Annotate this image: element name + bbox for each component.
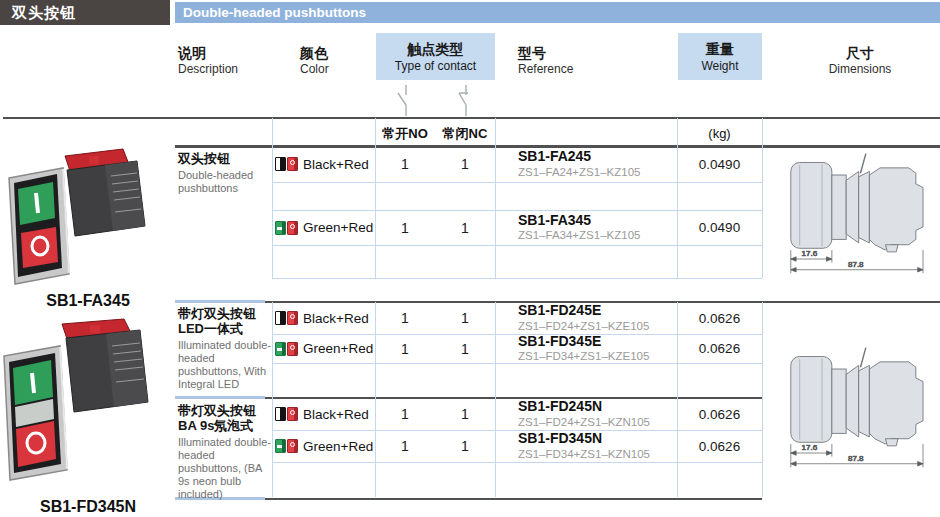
column-header-color: 颜色 Color [300, 45, 329, 77]
column-header-contact: 触点类型 Type of contact [376, 33, 495, 80]
column-header-dimensions: 尺寸 Dimensions [782, 45, 938, 77]
row-divider [272, 363, 762, 364]
weight-value: 0.0490 [677, 146, 762, 182]
reference-sub: ZS1–FA24+ZS1–KZ105 [518, 166, 640, 179]
no-count: 1 [375, 334, 435, 363]
row-divider [272, 278, 762, 279]
color-label: Green+Red [303, 220, 373, 235]
weight-value: 0.0490 [677, 210, 762, 245]
reference-code: SB1-FD345E [518, 334, 601, 349]
row-divider [272, 245, 762, 246]
dimension-front-depth: 17.6 [801, 443, 817, 452]
color-cell: Green+Red [275, 210, 377, 245]
color-cell: Green+Red [275, 430, 377, 462]
reference-cell: SB1-FD345N ZS1–FD34+ZS1–KZN105 [518, 430, 698, 462]
dimension-front-depth: 17.6 [801, 249, 817, 258]
reference-cell: SB1-FA245 ZS1–FA24+ZS1–KZ105 [518, 146, 698, 182]
page-title-en: Double-headed pushbuttons [175, 2, 940, 23]
reference-cell: SB1-FD245N ZS1–FD24+ZS1–KZN105 [518, 398, 698, 430]
reference-cell: SB1-FA345 ZS1–FA34+ZS1–KZ105 [518, 210, 698, 245]
contact-symbols-icon [385, 84, 485, 117]
reference-sub: ZS1–FD34+ZS1–KZN105 [518, 448, 650, 461]
reference-sub: ZS1–FD24+ZS1–KZE105 [518, 320, 649, 333]
column-line [677, 118, 678, 278]
column-header-weight: 重量 Weight [678, 33, 762, 80]
weight-value: 0.0626 [677, 398, 762, 430]
no-count: 1 [375, 210, 435, 245]
table-row: Black+Red 1 1 SB1-FD245E ZS1–FD24+ZS1–KZ… [175, 302, 940, 334]
color-label: Black+Red [303, 407, 369, 422]
reference-code: SB1-FD345N [518, 431, 602, 446]
color-cell: Black+Red [275, 398, 377, 430]
weight-value: 0.0626 [677, 334, 762, 363]
page-title-cn: 双头按钮 [0, 0, 170, 25]
catalog-page: 双头按钮 Double-headed pushbuttons 说明 Descri… [0, 0, 940, 517]
no-count: 1 [375, 430, 435, 462]
no-count: 1 [375, 302, 435, 334]
nc-count: 1 [435, 302, 495, 334]
color-cell: Green+Red [275, 334, 377, 363]
reference-sub: ZS1–FD24+ZS1–KZN105 [518, 416, 650, 429]
green-red-swatch-icon [275, 439, 299, 453]
nc-count: 1 [435, 146, 495, 182]
column-line [375, 118, 376, 278]
reference-code: SB1-FA245 [518, 149, 591, 164]
product-label: SB1-FA345 [2, 292, 174, 310]
color-label: Green+Red [303, 341, 373, 356]
column-line [495, 118, 496, 278]
reference-sub: ZS1–FD34+ZS1–KZE105 [518, 350, 649, 363]
dimension-total-length: 87.8 [848, 260, 864, 269]
nc-count: 1 [435, 398, 495, 430]
subheader-no: 常开NO [375, 124, 435, 144]
row-divider [272, 182, 762, 183]
black-red-swatch-icon [275, 407, 299, 421]
dimension-drawing: 17.6 87.8 [780, 344, 932, 470]
table-bottom-divider [265, 498, 762, 500]
dimension-drawing: 17.6 87.8 [780, 150, 932, 276]
product-photo-sb1-fd345n [2, 318, 167, 494]
dimension-total-length: 87.8 [848, 454, 864, 463]
subheader-nc: 常闭NC [435, 124, 495, 144]
reference-cell: SB1-FD245E ZS1–FD24+ZS1–KZE105 [518, 302, 698, 334]
reference-sub: ZS1–FA34+ZS1–KZ105 [518, 229, 640, 242]
product-label: SB1-FD345N [2, 498, 174, 516]
weight-value: 0.0626 [677, 302, 762, 334]
green-red-swatch-icon [275, 342, 299, 356]
header-divider [3, 117, 940, 119]
nc-count: 1 [435, 430, 495, 462]
green-red-swatch-icon [275, 221, 299, 235]
black-red-swatch-icon [275, 311, 299, 325]
reference-code: SB1-FD245E [518, 303, 601, 318]
color-label: Black+Red [303, 311, 369, 326]
no-count: 1 [375, 146, 435, 182]
column-header-reference: 型号 Reference [518, 45, 573, 77]
column-header-description: 说明 Description [178, 45, 238, 77]
color-cell: Black+Red [275, 146, 377, 182]
no-count: 1 [375, 398, 435, 430]
product-photo-sb1-fa345 [5, 146, 165, 288]
color-label: Green+Red [303, 439, 373, 454]
weight-unit: (kg) [677, 124, 762, 144]
column-line [762, 118, 763, 278]
row-divider [272, 462, 762, 463]
reference-code: SB1-FA345 [518, 213, 591, 228]
color-cell: Black+Red [275, 302, 377, 334]
black-red-swatch-icon [275, 157, 299, 171]
column-line [272, 118, 273, 278]
weight-value: 0.0626 [677, 430, 762, 462]
nc-count: 1 [435, 334, 495, 363]
reference-cell: SB1-FD345E ZS1–FD34+ZS1–KZE105 [518, 334, 698, 363]
color-label: Black+Red [303, 157, 369, 172]
reference-code: SB1-FD245N [518, 399, 602, 414]
nc-count: 1 [435, 210, 495, 245]
